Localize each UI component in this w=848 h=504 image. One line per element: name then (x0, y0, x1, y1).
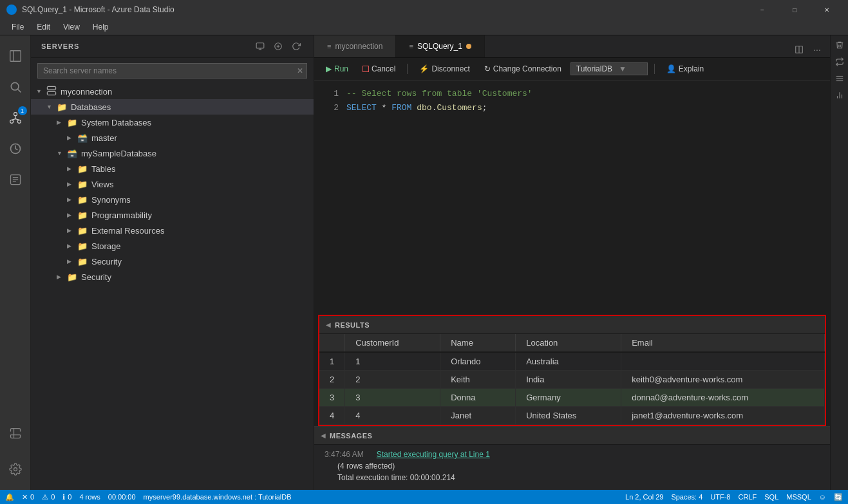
status-language[interactable]: SQL (764, 493, 778, 501)
expand-arrow-tables: ▶ (67, 165, 77, 172)
run-icon: ▶ (326, 64, 332, 73)
tree-item-master[interactable]: ▶ 🗃️ master (31, 130, 314, 145)
search-clear-icon[interactable]: ✕ (297, 66, 303, 75)
code-dot: . (432, 101, 437, 115)
tree-label-systemdbs: System Databases (81, 118, 151, 127)
new-connection-icon[interactable] (253, 39, 267, 53)
activity-connections[interactable]: 1 (0, 102, 31, 133)
expand-arrow-databases: ▼ (46, 104, 57, 110)
tab-sqlquery[interactable]: ≡ SQLQuery_1 (396, 35, 484, 57)
tree-item-tables[interactable]: ▶ 📁 Tables (31, 161, 314, 176)
code-select-kw: SELECT (346, 101, 377, 115)
status-line-ending[interactable]: CRLF (739, 493, 757, 501)
info-icon: ℹ (62, 493, 65, 501)
results-collapse-icon[interactable]: ◀ (326, 321, 331, 328)
database-selector[interactable]: TutorialDB ▼ (570, 62, 648, 75)
expand-arrow-synonyms: ▶ (67, 196, 77, 203)
change-connection-button[interactable]: ↻ Change Connection (479, 62, 567, 75)
activity-extensions[interactable] (0, 418, 31, 449)
messages-collapse-icon[interactable]: ◀ (321, 432, 326, 439)
change-connection-label: Change Connection (493, 64, 561, 73)
menu-help[interactable]: Help (88, 21, 114, 33)
status-mode[interactable]: MSSQL (786, 493, 811, 501)
status-position[interactable]: Ln 2, Col 29 (625, 493, 663, 501)
activity-history[interactable] (0, 133, 31, 164)
tree-item-systemdbs[interactable]: ▶ 📁 System Databases (31, 115, 314, 130)
status-sync-icon[interactable]: 🔄 (834, 493, 843, 501)
tree-label-security1: Security (91, 257, 122, 266)
tree-item-security2[interactable]: ▶ 📁 Security (31, 269, 314, 285)
minimize-button[interactable]: − (748, 0, 777, 19)
tree-label-storage: Storage (91, 241, 121, 251)
status-server: myserver99.database.windows.net : Tutori… (144, 493, 292, 501)
activity-query[interactable] (0, 164, 31, 195)
svg-rect-16 (256, 43, 264, 48)
folder-icon-tables: 📁 (77, 164, 89, 174)
status-info[interactable]: ℹ 0 (62, 493, 71, 501)
menu-view[interactable]: View (58, 21, 85, 33)
chart-icon[interactable] (833, 88, 847, 102)
status-encoding[interactable]: UTF-8 (710, 493, 730, 501)
cell-location-1: Australia (516, 352, 621, 371)
close-button[interactable]: ✕ (812, 0, 842, 19)
messages-title: MESSAGES (330, 432, 372, 440)
activity-search[interactable] (0, 71, 31, 102)
more-tabs-icon[interactable]: ··· (809, 42, 825, 57)
tree-item-mysampledb[interactable]: ▼ 🗃️ mySampleDatabase (31, 145, 314, 161)
activity-settings[interactable] (0, 454, 31, 485)
right-gutter (830, 35, 848, 490)
tree-item-myconnection[interactable]: ▼ myconnection (31, 84, 314, 99)
toggle-results-icon[interactable] (833, 71, 847, 86)
split-editor-icon[interactable] (791, 42, 807, 57)
maximize-button[interactable]: □ (780, 0, 809, 19)
code-table: dbo (417, 101, 431, 115)
status-spaces[interactable]: Spaces: 4 (671, 493, 702, 501)
tree-label-master: master (91, 133, 117, 143)
status-notifications[interactable]: 🔔 (5, 493, 14, 501)
search-input[interactable] (37, 63, 307, 79)
tree-item-programmability[interactable]: ▶ 📁 Programmability (31, 207, 314, 223)
add-server-icon[interactable] (271, 39, 285, 53)
explain-button[interactable]: 👤 Explain (661, 62, 709, 75)
status-errors[interactable]: ✕ 0 (22, 493, 34, 501)
menu-edit[interactable]: Edit (32, 21, 55, 33)
tree-item-views[interactable]: ▶ 📁 Views (31, 176, 314, 192)
cell-email-1 (621, 352, 825, 371)
change-connection-icon: ↻ (484, 64, 491, 73)
cancel-button[interactable]: Cancel (357, 62, 400, 75)
tree-item-databases[interactable]: ▼ 📁 Databases (31, 99, 314, 115)
tree-label-tables: Tables (91, 164, 116, 174)
disconnect-button[interactable]: ⚡ Disconnect (414, 62, 475, 75)
tab-myconnection[interactable]: ≡ myconnection (314, 35, 396, 57)
line-numbers: 1 2 (314, 87, 346, 306)
expand-arrow-storage: ▶ (67, 243, 77, 249)
tree-item-externalresources[interactable]: ▶ 📁 External Resources (31, 223, 314, 238)
refresh-servers-icon[interactable] (289, 39, 303, 53)
msg-link[interactable]: Started executing query at Line 1 (377, 450, 490, 459)
expand-arrow-externalresources: ▶ (67, 227, 77, 234)
results-col-name: Name (440, 334, 516, 352)
menu-file[interactable]: File (6, 21, 29, 33)
code-editor[interactable]: 1 2 -- Select rows from table 'Customers… (314, 80, 830, 312)
clear-results-icon[interactable] (833, 38, 847, 52)
svg-line-8 (12, 119, 15, 120)
status-warnings[interactable]: ⚠ 0 (42, 493, 55, 501)
cell-location-3: Germany (516, 389, 621, 407)
svg-rect-23 (47, 91, 55, 95)
code-line-1: -- Select rows from table 'Customers' (346, 87, 830, 101)
tree-item-synonyms[interactable]: ▶ 📁 Synonyms (31, 192, 314, 207)
activity-files[interactable] (0, 41, 31, 71)
tree-item-security1[interactable]: ▶ 📁 Security (31, 254, 314, 269)
save-results-icon[interactable] (833, 55, 847, 69)
cell-location-2: India (516, 371, 621, 389)
run-button[interactable]: ▶ Run (321, 62, 353, 75)
disconnect-icon: ⚡ (419, 64, 429, 73)
table-row: 4 4 Janet United States janet1@adventure… (319, 407, 825, 425)
folder-icon-systemdbs: 📁 (67, 118, 79, 127)
svg-point-6 (17, 120, 21, 123)
status-smiley-icon[interactable]: ☺ (819, 493, 826, 501)
tree-item-storage[interactable]: ▶ 📁 Storage (31, 238, 314, 254)
status-left: 🔔 ✕ 0 ⚠ 0 ℹ 0 (5, 493, 71, 501)
server-tree: ▼ myconnection ▼ 📁 Databases ▶ 📁 System … (31, 84, 314, 490)
folder-icon-security1: 📁 (77, 257, 89, 266)
